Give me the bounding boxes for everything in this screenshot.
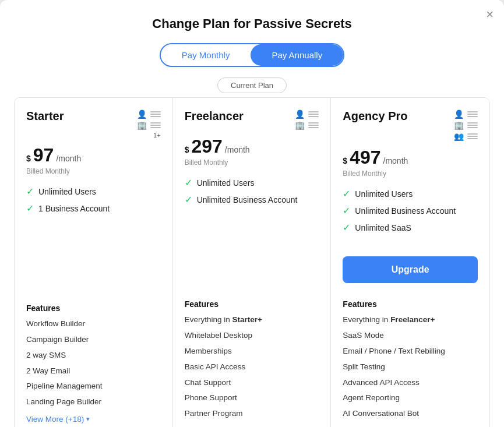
plan-header-starter: Starter 👤 🏢 1+: [26, 110, 161, 139]
price-amount-starter: 97: [33, 144, 54, 166]
price-billed-freelancer: Billed Monthly: [185, 158, 319, 167]
plan-price-agency-pro: $ 497 /month: [343, 147, 478, 168]
features-section-freelancer: Features Everything in Starter+ Whitelab…: [185, 299, 319, 424]
check-icon: ✓: [343, 188, 350, 199]
dots-icon: [150, 111, 161, 117]
icon-row-2: 🏢: [295, 121, 319, 130]
plan-card-freelancer: Freelancer 👤 🏢: [173, 98, 332, 427]
chevron-down-icon: ▾: [86, 415, 90, 423]
feature-item: ✓ 1 Business Account: [26, 203, 161, 214]
features-item: Pipeline Management: [26, 381, 161, 392]
price-period-agency-pro: /month: [383, 156, 408, 165]
price-dollar-freelancer: $: [185, 145, 189, 154]
features-item: Basic API Access: [185, 362, 319, 373]
features-item: AI Conversational Bot: [343, 408, 478, 419]
features-item: Email / Phone / Text Rebilling: [343, 346, 478, 357]
plan-name-freelancer: Freelancer: [185, 110, 244, 123]
features-item: Partner Program: [185, 408, 319, 419]
plan-price-block-freelancer: $ 297 /month Billed Monthly: [185, 136, 319, 167]
change-plan-modal: × Change Plan for Passive Secrets Pay Mo…: [0, 0, 504, 427]
billing-toggle-group: Pay Monthly Pay Annually: [160, 43, 344, 67]
plan-included-freelancer: ✓ Unlimited Users ✓ Unlimited Business A…: [185, 177, 319, 285]
features-item: Memberships: [185, 346, 319, 357]
features-item: 2 way SMS: [26, 350, 161, 361]
features-item: Whitelabel Desktop: [185, 330, 319, 341]
feature-text: Unlimited Users: [38, 187, 96, 196]
dots-icon-2: [308, 122, 319, 128]
icon-row-2: 🏢: [454, 121, 478, 130]
current-plan-badge-wrapper: Current Plan: [14, 80, 490, 90]
icon-row-1: 👤: [295, 110, 319, 119]
plan-card-starter: Starter 👤 🏢 1+: [15, 98, 173, 427]
saas-icon: 👥: [454, 132, 464, 141]
plan-price-freelancer: $ 297 /month: [185, 136, 319, 157]
view-more-label: View More (+18): [26, 415, 84, 424]
features-item: Workflow Builder: [26, 319, 161, 330]
feature-item: ✓ Unlimited Users: [343, 188, 478, 199]
price-period-freelancer: /month: [225, 145, 250, 154]
plan-header-freelancer: Freelancer 👤 🏢: [185, 110, 319, 130]
check-icon: ✓: [185, 177, 192, 188]
plan-card-agency-pro: Agency Pro 👤 🏢 �: [331, 98, 489, 427]
price-amount-freelancer: 297: [191, 136, 222, 157]
features-item: Everything in Starter+: [185, 315, 319, 326]
features-item: Agent Reporting: [343, 393, 478, 404]
price-billed-agency-pro: Billed Monthly: [343, 170, 478, 178]
icon-row-1: 👤: [137, 110, 161, 119]
icon-row-3: 👥: [454, 132, 478, 141]
close-button[interactable]: ×: [486, 8, 494, 21]
modal-title: Change Plan for Passive Secrets: [14, 16, 490, 31]
features-item: Everything in Freelancer+: [343, 315, 478, 326]
price-billed-starter: Billed Monthly: [26, 167, 161, 175]
plan-icons-freelancer: 👤 🏢: [295, 110, 319, 130]
icon-row-1: 👤: [454, 110, 478, 119]
check-icon: ✓: [26, 186, 34, 197]
feature-text: Unlimited SaaS: [355, 223, 411, 232]
features-item: Advanced API Access: [343, 377, 478, 389]
plans-grid: Starter 👤 🏢 1+: [14, 97, 490, 427]
icon-row-2: 🏢: [137, 121, 161, 130]
plan-icons-starter: 👤 🏢 1+: [137, 110, 161, 139]
feature-text: Unlimited Business Account: [197, 195, 298, 204]
building-icon: 🏢: [137, 121, 147, 130]
dots-icon: [308, 111, 319, 117]
features-section-agency-pro: Features Everything in Freelancer+ SaaS …: [343, 299, 478, 424]
upgrade-button[interactable]: Upgrade: [343, 256, 478, 283]
dots-icon-2: [150, 122, 161, 128]
features-item: 2 Way Email: [26, 366, 161, 377]
seat-count-label: 1+: [153, 132, 161, 139]
features-item: Chat Support: [185, 377, 319, 389]
feature-text: 1 Business Account: [38, 204, 110, 213]
features-item: SaaS Mode: [343, 330, 478, 341]
plan-price-block-agency-pro: $ 497 /month Billed Monthly: [343, 147, 478, 178]
dots-icon-3: [467, 133, 478, 139]
features-label-freelancer: Features: [185, 299, 319, 309]
features-section-starter: Features Workflow Builder Campaign Build…: [26, 304, 161, 424]
feature-text: Unlimited Users: [355, 189, 413, 199]
current-plan-badge: Current Plan: [217, 77, 287, 93]
feature-item: ✓ Unlimited Business Account: [185, 194, 319, 205]
dots-icon-2: [467, 122, 478, 128]
plan-included-starter: ✓ Unlimited Users ✓ 1 Business Account: [26, 186, 161, 290]
price-dollar-starter: $: [26, 154, 31, 163]
building-icon: 🏢: [295, 121, 305, 130]
feature-item: ✓ Unlimited Business Account: [343, 205, 478, 216]
pay-annually-button[interactable]: Pay Annually: [251, 44, 343, 66]
check-icon: ✓: [185, 194, 192, 205]
feature-text: Unlimited Business Account: [355, 206, 456, 216]
plan-included-agency-pro: ✓ Unlimited Users ✓ Unlimited Business A…: [343, 188, 478, 239]
plan-icons-agency-pro: 👤 🏢 👥: [454, 110, 478, 141]
view-more-button-starter[interactable]: View More (+18) ▾: [26, 415, 90, 424]
plan-price-starter: $ 97 /month: [26, 144, 161, 166]
plan-price-block-starter: $ 97 /month Billed Monthly: [26, 144, 161, 175]
features-item: Phone Support: [185, 393, 319, 404]
check-icon: ✓: [343, 222, 350, 233]
features-item: Landing Page Builder: [26, 397, 161, 408]
plan-name-agency-pro: Agency Pro: [343, 110, 407, 123]
price-dollar-agency-pro: $: [343, 156, 347, 165]
person-icon: 👤: [137, 110, 147, 119]
price-period-starter: /month: [56, 154, 81, 163]
pay-monthly-button[interactable]: Pay Monthly: [161, 44, 251, 66]
features-label-agency-pro: Features: [343, 299, 478, 309]
features-item: Split Testing: [343, 362, 478, 373]
